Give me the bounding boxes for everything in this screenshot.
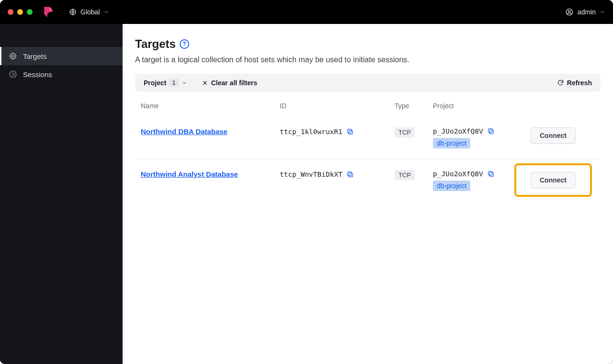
sidebar-item-label: Sessions (23, 70, 52, 79)
chevron-down-icon (182, 80, 187, 86)
connect-button[interactable]: Connect (531, 172, 576, 188)
svg-point-2 (568, 10, 571, 12)
main-content: Targets ? A target is a logical collecti… (123, 24, 613, 364)
svg-rect-13 (488, 171, 492, 175)
minimize-window-button[interactable] (17, 9, 23, 15)
table-row: Northwind Analyst Database ttcp_WnvTBiDk… (135, 159, 601, 202)
close-window-button[interactable] (8, 9, 13, 15)
copy-icon[interactable] (346, 128, 354, 136)
target-name-link[interactable]: Northwind Analyst Database (141, 170, 238, 178)
svg-rect-8 (489, 130, 493, 134)
col-project: Project (433, 102, 529, 110)
refresh-label: Refresh (567, 79, 592, 87)
app-logo (42, 6, 55, 18)
user-icon (565, 8, 574, 16)
table-header: Name ID Type Project (135, 95, 601, 117)
project-id: p_JUo2oXfQ8V (433, 127, 529, 135)
page-header: Targets ? (135, 37, 601, 51)
clear-filters-label: Clear all filters (211, 79, 258, 87)
copy-icon[interactable] (487, 127, 495, 135)
sidebar: Targets Sessions (0, 24, 123, 364)
chevron-down-icon (103, 9, 109, 15)
filter-label: Project (144, 79, 166, 87)
svg-rect-11 (348, 172, 352, 176)
sidebar-item-sessions[interactable]: Sessions (0, 65, 123, 83)
target-id: ttcp_WnvTBiDkXT (280, 171, 354, 178)
window-controls (8, 9, 33, 15)
globe-icon (69, 8, 77, 16)
app-window: Global admin Targets (0, 0, 613, 364)
target-icon (9, 52, 17, 60)
svg-point-3 (10, 53, 16, 59)
filter-count: 1 (169, 79, 178, 87)
project-tag[interactable]: db-project (433, 181, 470, 191)
refresh-icon (557, 79, 564, 86)
svg-point-5 (10, 71, 16, 78)
svg-rect-9 (488, 129, 492, 133)
svg-point-4 (12, 55, 14, 57)
project-filter[interactable]: Project 1 (144, 79, 187, 87)
scope-switcher[interactable]: Global (69, 8, 109, 16)
titlebar: Global admin (0, 0, 613, 24)
fullscreen-window-button[interactable] (27, 9, 33, 15)
refresh-button[interactable]: Refresh (557, 79, 592, 87)
user-name: admin (578, 8, 596, 16)
page-description: A target is a logical collection of host… (135, 56, 601, 64)
copy-icon[interactable] (346, 171, 354, 178)
sidebar-item-targets[interactable]: Targets (0, 47, 123, 65)
col-type: Type (395, 102, 433, 110)
type-badge: TCP (395, 127, 415, 137)
user-menu[interactable]: admin (565, 8, 605, 16)
target-id: ttcp_1kl0wruxR1 (280, 128, 354, 136)
project-tag[interactable]: db-project (433, 138, 470, 148)
svg-rect-6 (349, 130, 352, 134)
filter-toolbar: Project 1 Clear all filters R (135, 74, 601, 91)
clear-filters-button[interactable]: Clear all filters (202, 79, 258, 87)
scope-label: Global (80, 8, 100, 16)
page-title: Targets (135, 37, 176, 51)
x-icon (202, 80, 208, 86)
connect-button[interactable]: Connect (531, 127, 576, 144)
svg-rect-7 (348, 129, 352, 133)
sidebar-item-label: Targets (23, 52, 46, 60)
help-icon[interactable]: ? (180, 39, 189, 49)
target-name-link[interactable]: Northwind DBA Database (141, 127, 227, 136)
svg-rect-10 (349, 173, 352, 177)
type-badge: TCP (395, 170, 415, 180)
sessions-icon (9, 70, 17, 79)
table-row: Northwind DBA Database ttcp_1kl0wruxR1 T… (135, 117, 601, 159)
svg-rect-12 (489, 172, 493, 176)
copy-icon[interactable] (487, 170, 495, 178)
col-id: ID (280, 102, 395, 110)
col-name: Name (141, 102, 280, 110)
chevron-down-icon (600, 9, 605, 15)
targets-table: Name ID Type Project Northwind DBA Datab… (135, 95, 601, 202)
